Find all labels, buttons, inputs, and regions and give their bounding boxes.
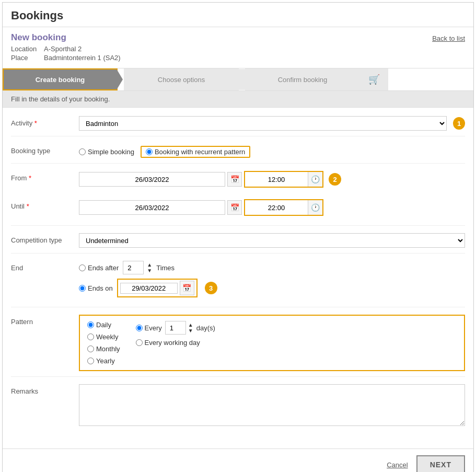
- every-row: Every ▲▼ day(s): [136, 321, 215, 335]
- remarks-textarea[interactable]: [79, 384, 465, 426]
- from-time-group: 🕐: [244, 171, 323, 188]
- step1-label: Create booking: [36, 76, 85, 84]
- every-working-day-radio[interactable]: [136, 339, 143, 346]
- competition-select[interactable]: Undetermined Competition Training: [79, 233, 465, 248]
- until-time-group: 🕐: [244, 199, 323, 216]
- pattern-label: Pattern: [11, 315, 79, 326]
- recurrent-booking-radio[interactable]: [146, 148, 153, 155]
- pattern-left-col: Daily Weekly Monthly Yearly: [87, 321, 120, 365]
- from-date-picker-btn[interactable]: 📅: [227, 172, 242, 187]
- pattern-monthly-option[interactable]: Monthly: [87, 345, 120, 353]
- badge-3: 3: [205, 282, 217, 294]
- activity-select[interactable]: Badminton Tennis Squash: [79, 116, 447, 131]
- pattern-daily-option[interactable]: Daily: [87, 321, 120, 329]
- place-label: Place: [11, 54, 40, 62]
- location-value: A-Sporthal 2: [44, 45, 82, 53]
- every-value-input[interactable]: [165, 321, 186, 335]
- fill-bar: Fill in the details of your booking.: [3, 91, 473, 108]
- cart-icon: 🛒: [360, 68, 388, 90]
- ends-on-date-input[interactable]: [120, 283, 178, 294]
- fill-bar-text: Fill in the details of your booking.: [11, 95, 110, 103]
- place-value: Badmintonterrein 1 (SA2): [44, 54, 121, 62]
- pattern-yearly-label: Yearly: [96, 357, 115, 365]
- competition-type-label: Competition type: [11, 233, 79, 244]
- pattern-daily-radio[interactable]: [87, 321, 94, 328]
- pattern-yearly-radio[interactable]: [87, 358, 94, 364]
- simple-booking-option[interactable]: Simple booking: [79, 148, 134, 156]
- booking-title: New booking: [11, 32, 121, 43]
- until-date-time: 📅 🕐: [79, 199, 465, 216]
- pattern-monthly-label: Monthly: [96, 345, 120, 353]
- step-choose-options[interactable]: Choose options: [124, 68, 239, 90]
- until-time-picker-btn[interactable]: 🕐: [308, 200, 322, 215]
- activity-label: Activity *: [11, 116, 79, 127]
- step-confirm-booking[interactable]: Confirm booking: [245, 68, 360, 90]
- until-row: Until * 📅 🕐: [11, 199, 465, 226]
- until-controls: 📅 🕐: [79, 199, 465, 220]
- recurrent-booking-label: Booking with recurrent pattern: [155, 148, 245, 156]
- ends-on-radio[interactable]: [79, 285, 86, 292]
- from-time-picker-btn[interactable]: 🕐: [308, 172, 322, 187]
- badge-1: 1: [453, 117, 465, 130]
- every-working-day-option[interactable]: Every working day: [136, 339, 215, 347]
- activity-controls: Badminton Tennis Squash 1: [79, 116, 465, 131]
- end-row: End Ends after ▲▼ Times Ends on: [11, 261, 465, 307]
- every-working-day-label: Every working day: [145, 339, 200, 347]
- back-to-list-link[interactable]: Back to list: [432, 32, 465, 42]
- every-option[interactable]: Every: [136, 324, 162, 332]
- footer-bar: Cancel NEXT: [3, 448, 473, 472]
- ends-on-row: Ends on 📅 3: [79, 279, 465, 297]
- step2-label: Choose options: [158, 76, 205, 84]
- recurrent-booking-option[interactable]: Booking with recurrent pattern: [141, 146, 250, 158]
- pattern-weekly-label: Weekly: [96, 333, 118, 341]
- steps-bar: Create booking Choose options Confirm bo…: [3, 68, 473, 91]
- pattern-row: Pattern Daily Weekly: [11, 315, 465, 377]
- booking-type-controls: Simple booking Booking with recurrent pa…: [79, 144, 465, 158]
- pattern-monthly-radio[interactable]: [87, 346, 94, 352]
- page-wrapper: Bookings New booking Location A-Sporthal…: [2, 2, 474, 472]
- step2-arrow: [239, 69, 245, 90]
- from-time-input[interactable]: [245, 172, 308, 187]
- next-button[interactable]: NEXT: [416, 455, 465, 472]
- end-label: End: [11, 261, 79, 272]
- until-label: Until *: [11, 199, 79, 210]
- from-date-input[interactable]: [79, 172, 225, 187]
- header-section: New booking Location A-Sporthal 2 Place …: [3, 27, 473, 68]
- until-date-picker-btn[interactable]: 📅: [227, 200, 242, 215]
- pattern-container: Daily Weekly Monthly Yearly: [79, 315, 465, 371]
- from-controls: 📅 🕐 2: [79, 171, 465, 192]
- badge-2: 2: [329, 173, 341, 186]
- until-time-input[interactable]: [245, 200, 308, 215]
- every-label: Every: [145, 324, 162, 332]
- step-create-booking[interactable]: Create booking: [3, 68, 118, 90]
- ends-on-date-picker-btn[interactable]: 📅: [180, 281, 194, 295]
- days-label: day(s): [196, 324, 215, 332]
- pattern-yearly-option[interactable]: Yearly: [87, 357, 120, 365]
- ends-on-group: 📅: [117, 279, 198, 297]
- competition-type-row: Competition type Undetermined Competitio…: [11, 233, 465, 254]
- pattern-controls: Daily Weekly Monthly Yearly: [79, 315, 465, 371]
- until-date-input[interactable]: [79, 200, 225, 215]
- ends-after-row: Ends after ▲▼ Times: [79, 261, 465, 274]
- pattern-weekly-option[interactable]: Weekly: [87, 333, 120, 341]
- place-row: Place Badmintonterrein 1 (SA2): [11, 54, 121, 62]
- step3-label: Confirm booking: [278, 76, 328, 84]
- from-date-time: 📅 🕐 2: [79, 171, 465, 188]
- every-radio[interactable]: [136, 325, 143, 331]
- every-spinner[interactable]: ▲▼: [188, 322, 193, 333]
- ends-after-spinner[interactable]: ▲▼: [147, 262, 152, 273]
- step1-arrow: [117, 69, 123, 90]
- ends-on-option[interactable]: Ends on: [79, 284, 113, 292]
- location-row: Location A-Sporthal 2: [11, 45, 121, 53]
- remarks-label: Remarks: [11, 384, 79, 395]
- ends-after-input[interactable]: [123, 261, 144, 274]
- simple-booking-radio[interactable]: [79, 148, 86, 155]
- remarks-controls: [79, 384, 465, 428]
- from-label: From *: [11, 171, 79, 182]
- cancel-link[interactable]: Cancel: [387, 461, 408, 469]
- from-row: From * 📅 🕐 2: [11, 171, 465, 197]
- pattern-weekly-radio[interactable]: [87, 333, 94, 340]
- booking-info: New booking Location A-Sporthal 2 Place …: [11, 32, 121, 63]
- ends-after-option[interactable]: Ends after: [79, 264, 119, 272]
- ends-after-radio[interactable]: [79, 264, 86, 271]
